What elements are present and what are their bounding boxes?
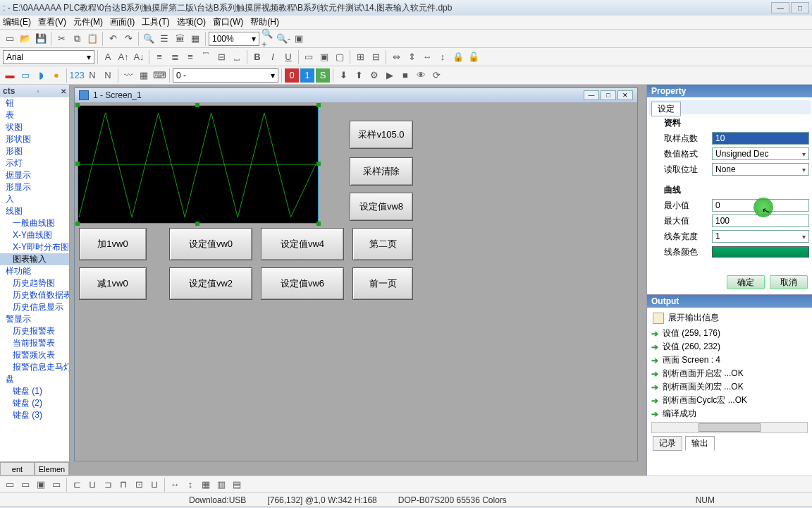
tree-dock-icon[interactable]: ▫ <box>37 87 39 95</box>
menu-screen[interactable]: 画面(I) <box>110 16 135 28</box>
cut-icon[interactable]: ✂ <box>54 32 68 46</box>
font-size-icon[interactable]: A <box>101 50 115 64</box>
btn-sample-clear[interactable]: 采样清除 <box>350 157 413 186</box>
download-icon[interactable]: ⬇ <box>336 68 350 83</box>
btn-set-vw0[interactable]: 设定值vw0 <box>169 228 252 260</box>
resize-handle[interactable] <box>195 222 199 226</box>
shape-semicircle-icon[interactable]: ◗ <box>34 68 48 83</box>
ungroup-icon[interactable]: ⊟ <box>369 50 383 64</box>
align-t-icon[interactable]: ⊓ <box>116 478 130 492</box>
align-left-icon[interactable]: ≡ <box>152 50 166 64</box>
resize-handle[interactable] <box>75 103 80 107</box>
tree-item[interactable]: 样功能 <box>0 265 69 277</box>
btn-dec-vw0[interactable]: 减1vw0 <box>79 267 147 300</box>
layer1-icon[interactable]: ▭ <box>3 478 17 492</box>
valign-top-icon[interactable]: ⎴ <box>199 50 213 64</box>
same-w-icon[interactable]: ↔ <box>420 50 434 64</box>
tree-tab-ent[interactable]: ent <box>0 462 35 476</box>
bold-icon[interactable]: B <box>250 50 264 64</box>
bank-icon[interactable]: 🏛 <box>173 32 187 46</box>
menu-help[interactable]: 帮助(H) <box>250 16 279 28</box>
zoom-fit-icon[interactable]: ▣ <box>292 32 306 46</box>
output-tab-output[interactable]: 输出 <box>685 436 715 451</box>
resize-handle[interactable] <box>75 162 80 166</box>
btn-page-2[interactable]: 第二页 <box>352 228 413 260</box>
dist-h-icon[interactable]: ↔ <box>168 478 182 492</box>
btn-sample[interactable]: 采样v105.0 <box>350 121 413 149</box>
tree-item[interactable]: 表 <box>0 109 69 121</box>
state-0-icon[interactable]: 0 <box>285 68 299 83</box>
new-icon[interactable]: ▭ <box>3 32 17 46</box>
list-icon[interactable]: ☰ <box>157 32 171 46</box>
btn-set-vw8[interactable]: 设定值vw8 <box>350 193 413 221</box>
resize-handle[interactable] <box>316 103 321 107</box>
tree-item[interactable]: 线图 <box>0 205 69 217</box>
property-value-input[interactable]: Unsigned Dec <box>712 147 809 160</box>
layer4-icon[interactable]: ▭ <box>49 478 63 492</box>
tree-tab-element[interactable]: Elemen <box>35 462 69 476</box>
layer2-icon[interactable]: ▭ <box>18 478 32 492</box>
prop-tab-settings[interactable]: 设定 <box>651 102 681 116</box>
paste-icon[interactable]: 📋 <box>85 32 99 46</box>
undo-icon[interactable]: ↶ <box>106 32 120 46</box>
zoom-in-icon[interactable]: 🔍+ <box>261 32 275 46</box>
save-icon[interactable]: 💾 <box>34 32 48 46</box>
tree-item[interactable]: 键盘 (1) <box>0 385 69 397</box>
tree-item[interactable]: 据显示 <box>0 169 69 181</box>
align-right-icon[interactable]: ≡ <box>183 50 197 64</box>
tree-item[interactable]: 键盘 (2) <box>0 397 69 409</box>
tree-item[interactable]: 报警信息走马灯 <box>0 361 69 373</box>
tree-item[interactable]: 历史趋势图 <box>0 277 69 289</box>
compile-icon[interactable]: ⚙ <box>367 68 381 83</box>
font-inc-icon[interactable]: A↑ <box>116 50 130 64</box>
btn-page-prev[interactable]: 前一页 <box>352 267 413 300</box>
palette-select[interactable]: 0 -▾ <box>173 68 278 83</box>
menu-tool[interactable]: 工具(T) <box>142 16 169 28</box>
resize-handle[interactable] <box>195 103 199 107</box>
state-s-icon[interactable]: S <box>316 68 330 83</box>
font-select[interactable]: Arial▾ <box>3 50 94 64</box>
align-center-icon[interactable]: ≣ <box>168 50 182 64</box>
menu-view[interactable]: 查看(V) <box>38 16 66 28</box>
tree-item[interactable]: 报警频次表 <box>0 349 69 361</box>
align-b-icon[interactable]: ⊔ <box>147 478 161 492</box>
screen-max-button[interactable]: □ <box>601 90 616 100</box>
distribute-v-icon[interactable]: ⇕ <box>405 50 419 64</box>
redo-icon[interactable]: ↷ <box>121 32 135 46</box>
zoom-select[interactable]: 100%▾ <box>209 32 259 46</box>
screen-min-button[interactable]: — <box>584 90 599 100</box>
copy-icon[interactable]: ⧉ <box>70 32 84 46</box>
maximize-button[interactable]: □ <box>791 2 809 13</box>
ok-button[interactable]: 确定 <box>727 275 765 289</box>
tree-item[interactable]: X-Y曲线图 <box>0 229 69 241</box>
numeric-icon[interactable]: 123 <box>70 68 84 83</box>
tree-item[interactable]: 历史信息显示 <box>0 301 69 313</box>
same-size-icon[interactable]: ▦ <box>199 478 213 492</box>
tree-item[interactable]: 图表输入 <box>0 253 69 265</box>
output-scrollbar[interactable] <box>651 422 808 433</box>
shape-rrect-icon[interactable]: ▭ <box>18 68 32 83</box>
simulate-icon[interactable]: ⟳ <box>429 68 443 83</box>
valign-mid-icon[interactable]: ⊟ <box>214 50 228 64</box>
menu-component[interactable]: 元件(M) <box>73 16 103 28</box>
tree-item[interactable]: 钮 <box>0 97 69 109</box>
menu-option[interactable]: 选项(O) <box>177 16 206 28</box>
open-icon[interactable]: 📂 <box>18 32 32 46</box>
resize-handle[interactable] <box>75 222 80 226</box>
align-c-icon[interactable]: ⊔ <box>85 478 99 492</box>
resize-handle[interactable] <box>316 162 321 166</box>
menu-window[interactable]: 窗口(W) <box>213 16 243 28</box>
monitor-icon[interactable]: 👁 <box>414 68 428 83</box>
tree-item[interactable]: 形显示 <box>0 181 69 193</box>
shape-circle-icon[interactable]: ● <box>49 68 63 83</box>
align-r-icon[interactable]: ⊐ <box>101 478 115 492</box>
table-icon[interactable]: ▦ <box>137 68 151 83</box>
distribute-h-icon[interactable]: ⇔ <box>389 50 403 64</box>
tree-item[interactable]: 历史报警表 <box>0 325 69 337</box>
btn-set-vw4[interactable]: 设定值vw4 <box>261 228 344 260</box>
minimize-button[interactable]: — <box>771 2 789 13</box>
font-dec-icon[interactable]: A↓ <box>132 50 146 64</box>
valign-bot-icon[interactable]: ⎵ <box>230 50 244 64</box>
run-icon[interactable]: ▶ <box>383 68 397 83</box>
unlock-icon[interactable]: 🔓 <box>467 50 481 64</box>
